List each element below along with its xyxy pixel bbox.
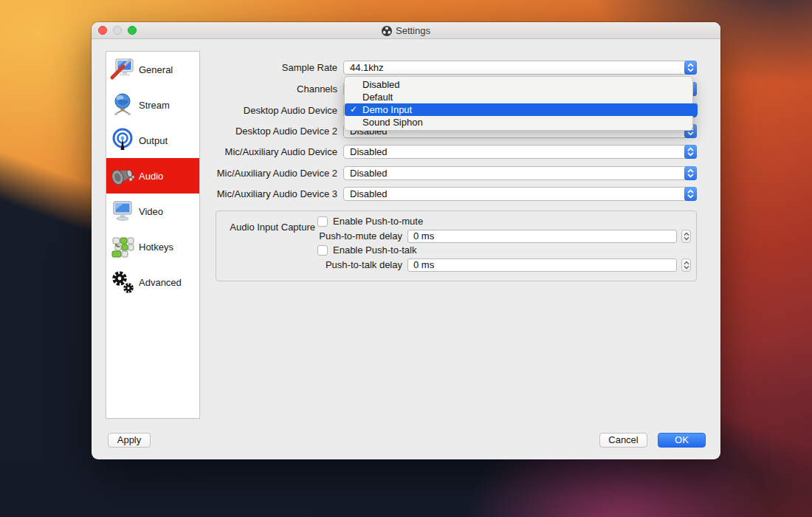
desktop-wallpaper: Settings xyxy=(0,0,812,517)
sidebar-item-label: Video xyxy=(139,206,163,217)
sidebar-item-label: Output xyxy=(139,135,168,146)
settings-sidebar: General Stream xyxy=(106,51,200,419)
sidebar-item-output[interactable]: Output xyxy=(106,123,199,158)
push-to-mute-delay-stepper[interactable] xyxy=(681,230,691,243)
push-to-mute-delay-field[interactable]: 0 ms xyxy=(407,230,677,243)
sidebar-item-audio[interactable]: Audio xyxy=(106,158,199,194)
general-icon xyxy=(106,56,139,83)
output-icon xyxy=(106,127,139,154)
sidebar-item-general[interactable]: General xyxy=(106,52,199,87)
enable-push-to-talk-checkbox[interactable] xyxy=(317,245,328,256)
sample-rate-select[interactable]: 44.1khz xyxy=(343,61,697,75)
titlebar[interactable]: Settings xyxy=(92,22,720,39)
title-area: Settings xyxy=(92,22,720,39)
mic-aux-device-2-label: Mic/Auxiliary Audio Device 2 xyxy=(195,166,337,180)
sidebar-item-advanced[interactable]: Advanced xyxy=(106,264,199,300)
combo-stepper-icon xyxy=(684,61,697,75)
obs-logo-icon xyxy=(382,26,392,36)
enable-push-to-talk-label: Enable Push-to-talk xyxy=(333,244,416,256)
ok-button[interactable]: OK xyxy=(658,433,706,448)
combo-value: Disabled xyxy=(350,167,388,179)
apply-button[interactable]: Apply xyxy=(108,433,151,448)
combo-stepper-icon xyxy=(684,145,697,159)
push-to-mute-delay-label: Push-to-mute delay xyxy=(284,230,402,243)
enable-push-to-mute-label: Enable Push-to-mute xyxy=(333,216,423,227)
menu-item-sound-siphon[interactable]: Sound Siphon xyxy=(345,116,692,129)
stream-icon xyxy=(106,92,139,118)
push-to-talk-delay-stepper[interactable] xyxy=(681,258,691,272)
mic-aux-device-3-select[interactable]: Disabled xyxy=(343,187,697,201)
mic-aux-device-select[interactable]: Disabled xyxy=(343,145,697,159)
sidebar-item-hotkeys[interactable]: Hotkeys xyxy=(106,229,199,264)
hotkeys-icon xyxy=(106,233,139,260)
desktop-audio-device-label: Desktop Audio Device xyxy=(195,103,337,117)
settings-window: Settings xyxy=(92,22,720,459)
mic-aux-device-label: Mic/Auxiliary Audio Device xyxy=(195,145,337,159)
settings-content: General Stream xyxy=(92,39,720,459)
menu-item-demo-input[interactable]: ✓ Demo Input xyxy=(345,103,698,116)
sidebar-item-stream[interactable]: Stream xyxy=(106,87,199,123)
combo-value: Disabled xyxy=(350,145,388,158)
combo-value: 44.1khz xyxy=(350,61,384,74)
advanced-icon xyxy=(106,269,139,295)
push-to-talk-delay-field[interactable]: 0 ms xyxy=(407,258,677,272)
enable-push-to-mute-checkbox[interactable] xyxy=(317,216,328,227)
audio-icon xyxy=(106,162,139,189)
sidebar-item-label: Advanced xyxy=(139,277,182,288)
window-title: Settings xyxy=(396,25,430,36)
video-icon xyxy=(106,198,139,225)
cancel-button[interactable]: Cancel xyxy=(599,433,647,448)
push-to-talk-delay-label: Push-to-talk delay xyxy=(284,258,402,272)
mic-aux-device-3-label: Mic/Auxiliary Audio Device 3 xyxy=(195,187,337,201)
combo-stepper-icon xyxy=(684,166,697,180)
sidebar-item-label: General xyxy=(139,64,173,75)
checkmark-icon: ✓ xyxy=(350,103,357,116)
desktop-audio-device-2-label: Desktop Audio Device 2 xyxy=(195,124,337,138)
menu-item-disabled[interactable]: Disabled xyxy=(345,78,692,91)
channels-label: Channels xyxy=(195,82,337,96)
combo-stepper-icon xyxy=(684,187,697,201)
audio-device-dropdown-menu: Disabled Default ✓ Demo Input Sound Siph… xyxy=(344,76,693,131)
mic-aux-device-2-select[interactable]: Disabled xyxy=(343,166,697,180)
sidebar-item-label: Hotkeys xyxy=(139,242,173,253)
combo-value: Disabled xyxy=(350,188,388,200)
menu-item-default[interactable]: Default xyxy=(345,91,692,103)
sidebar-item-label: Stream xyxy=(139,100,170,111)
sidebar-item-label: Audio xyxy=(139,171,163,182)
sample-rate-label: Sample Rate xyxy=(195,61,337,75)
